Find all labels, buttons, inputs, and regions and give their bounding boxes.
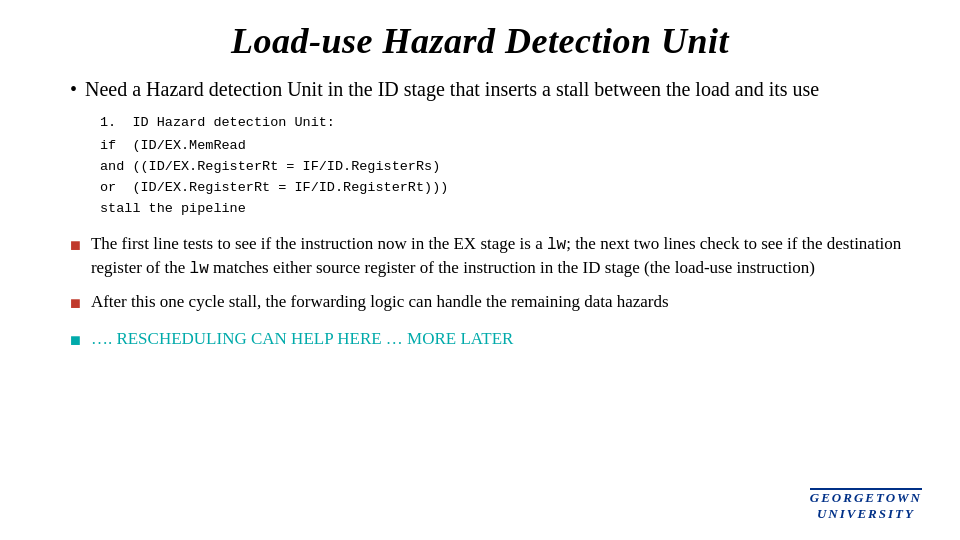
- code-label: 1. ID Hazard detection Unit:: [100, 113, 910, 134]
- sub-bullet-2: ■ After this one cycle stall, the forwar…: [70, 290, 910, 316]
- sub-bullets: ■ The first line tests to see if the ins…: [50, 232, 910, 353]
- code-line-4: stall the pipeline: [100, 199, 910, 220]
- sub-bullet-3-text: …. RESCHEDULING CAN HELP HERE … MORE LAT…: [91, 327, 513, 351]
- main-bullet-text: Need a Hazard detection Unit in the ID s…: [85, 76, 819, 103]
- code-line-3: or (ID/EX.RegisterRt = IF/ID.RegisterRt)…: [100, 178, 910, 199]
- main-bullet: • Need a Hazard detection Unit in the ID…: [70, 76, 910, 103]
- sub-bullet-1: ■ The first line tests to see if the ins…: [70, 232, 910, 281]
- square-icon-2: ■: [70, 291, 81, 316]
- logo-line2: UNIVERSITY: [810, 506, 922, 522]
- georgetown-logo: GEORGETOWN UNIVERSITY: [810, 486, 922, 522]
- sub-bullet-3: ■ …. RESCHEDULING CAN HELP HERE … MORE L…: [70, 327, 910, 353]
- slide-title: Load-use Hazard Detection Unit: [50, 20, 910, 62]
- main-bullet-section: • Need a Hazard detection Unit in the ID…: [50, 76, 910, 220]
- code-line-2: and ((ID/EX.RegisterRt = IF/ID.RegisterR…: [100, 157, 910, 178]
- bullet-dot: •: [70, 76, 77, 103]
- square-icon-3: ■: [70, 328, 81, 353]
- square-icon-1: ■: [70, 233, 81, 258]
- sub-bullet-2-text: After this one cycle stall, the forwardi…: [91, 290, 669, 314]
- code-number: 1.: [100, 115, 116, 130]
- code-line-1: if (ID/EX.MemRead: [100, 136, 910, 157]
- code-block: 1. ID Hazard detection Unit: if (ID/EX.M…: [100, 113, 910, 220]
- sub-bullet-1-text: The first line tests to see if the instr…: [91, 232, 910, 281]
- code-label-text: ID Hazard detection Unit:: [132, 115, 335, 130]
- slide: Load-use Hazard Detection Unit • Need a …: [0, 0, 960, 540]
- logo-line1: GEORGETOWN: [810, 490, 922, 506]
